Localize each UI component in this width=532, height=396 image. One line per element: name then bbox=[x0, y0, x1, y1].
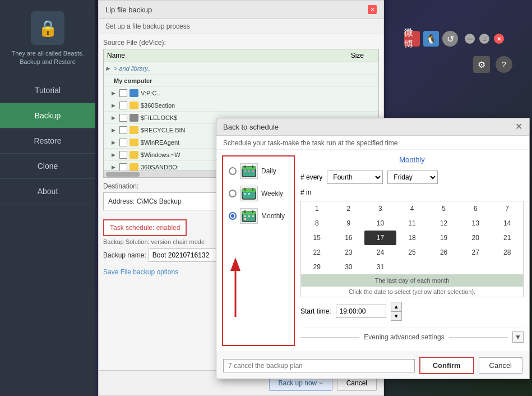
cal-day[interactable]: 15 bbox=[301, 231, 333, 245]
cal-day[interactable]: 8 bbox=[301, 216, 333, 231]
cal-day[interactable]: 25 bbox=[396, 245, 428, 260]
svg-rect-13 bbox=[244, 193, 246, 195]
tree-checkbox[interactable] bbox=[119, 89, 127, 97]
file-tree-header: Name Size bbox=[103, 49, 379, 62]
list-item[interactable]: ▶ $360Section bbox=[104, 99, 378, 112]
cal-day[interactable]: 13 bbox=[460, 216, 492, 231]
backup-dialog-titlebar: Lip file backup ✕ bbox=[99, 1, 383, 19]
list-item[interactable]: ▶ > and library.. bbox=[104, 62, 378, 75]
app-logo: 🔒 bbox=[31, 11, 64, 45]
monthly-radio[interactable] bbox=[229, 212, 237, 220]
cal-day[interactable]: 1 bbox=[301, 201, 333, 216]
cal-day[interactable]: 10 bbox=[364, 216, 396, 231]
task-schedule-box[interactable]: Task schedule: enabled bbox=[103, 219, 187, 236]
every-select[interactable]: Fourth First Second Third Last bbox=[327, 171, 383, 184]
cal-day[interactable]: 22 bbox=[301, 245, 333, 260]
cal-day[interactable]: 6 bbox=[460, 201, 492, 216]
daily-label: Daily bbox=[261, 167, 276, 175]
sidebar: 🔒 They are all called Beasts. Backup and… bbox=[0, 0, 95, 396]
daily-icon bbox=[240, 163, 258, 179]
cal-day[interactable]: 26 bbox=[428, 245, 460, 260]
tree-arrow: ▶ bbox=[106, 66, 114, 71]
help-icon[interactable]: ? bbox=[496, 56, 512, 73]
evening-chevron-button[interactable]: ▼ bbox=[512, 331, 524, 343]
folder-icon bbox=[129, 102, 138, 109]
svg-rect-7 bbox=[248, 171, 250, 172]
minimize-button[interactable]: — bbox=[465, 34, 475, 44]
backup-dialog-close[interactable]: ✕ bbox=[368, 5, 377, 14]
weibo-icon[interactable]: 微博 bbox=[404, 31, 420, 47]
cal-day[interactable]: 18 bbox=[396, 231, 428, 245]
cal-day[interactable]: 3 bbox=[364, 201, 396, 216]
cal-day[interactable]: 2 bbox=[333, 201, 365, 216]
list-item[interactable]: ▶ V:P:C.. bbox=[104, 87, 378, 99]
backup-dialog-subtitle: Set up a file backup process bbox=[99, 19, 383, 34]
cal-day[interactable]: 9 bbox=[333, 216, 365, 231]
confirm-button[interactable]: Confirm bbox=[419, 357, 474, 374]
cal-day[interactable]: 21 bbox=[491, 231, 523, 245]
schedule-close-button[interactable]: ✕ bbox=[515, 122, 522, 131]
maximize-button[interactable]: □ bbox=[479, 34, 489, 44]
cal-day[interactable]: 11 bbox=[396, 216, 428, 231]
cal-day[interactable]: 23 bbox=[333, 245, 365, 260]
cal-day[interactable]: 5 bbox=[428, 201, 460, 216]
cal-day-today[interactable]: 17 bbox=[364, 231, 396, 245]
cal-day[interactable]: 28 bbox=[491, 245, 523, 260]
list-item[interactable]: My computer bbox=[104, 75, 378, 87]
cal-day[interactable]: 29 bbox=[301, 260, 333, 274]
cal-day[interactable]: 30 bbox=[333, 260, 365, 274]
svg-rect-22 bbox=[244, 218, 246, 220]
time-up-button[interactable]: ▲ bbox=[391, 302, 402, 311]
tree-arrow: ▶ bbox=[112, 164, 119, 170]
tree-checkbox[interactable] bbox=[119, 139, 127, 146]
settings-icon[interactable]: ⚙ bbox=[473, 56, 490, 73]
tencent-icon[interactable]: 🐧 bbox=[423, 31, 439, 47]
cal-day[interactable]: 4 bbox=[396, 201, 428, 216]
sidebar-item-restore[interactable]: Restore bbox=[0, 128, 95, 154]
sidebar-item-tutorial[interactable]: Tutorial bbox=[0, 78, 95, 103]
sidebar-nav: Tutorial Backup Restore Clone About bbox=[0, 78, 95, 204]
tree-checkbox[interactable] bbox=[119, 151, 127, 159]
refresh-icon[interactable]: ↺ bbox=[442, 31, 458, 47]
schedule-dialog: Back to schedule ✕ Schedule your task-ma… bbox=[216, 118, 530, 379]
cal-day[interactable]: 7 bbox=[491, 201, 523, 216]
day-select[interactable]: Friday Monday Tuesday Wednesday Thursday… bbox=[387, 171, 438, 184]
tree-checkbox[interactable] bbox=[119, 126, 127, 134]
sidebar-item-about[interactable]: About bbox=[0, 179, 95, 204]
schedule-type-weekly[interactable]: Weekly bbox=[226, 182, 290, 205]
schedule-type-daily[interactable]: Daily bbox=[226, 160, 290, 182]
cal-day[interactable]: 27 bbox=[460, 245, 492, 260]
cal-day[interactable]: 20 bbox=[460, 231, 492, 245]
tree-arrow: ▶ bbox=[112, 152, 119, 158]
start-time-input[interactable] bbox=[336, 305, 386, 318]
cal-day[interactable]: 19 bbox=[428, 231, 460, 245]
svg-rect-16 bbox=[242, 211, 256, 214]
monthly-header: Monthly bbox=[300, 155, 524, 164]
sidebar-item-clone[interactable]: Clone bbox=[0, 154, 95, 179]
time-down-button[interactable]: ▼ bbox=[391, 311, 402, 321]
cancel-plan-input[interactable] bbox=[223, 359, 415, 372]
cal-day[interactable]: 14 bbox=[491, 216, 523, 231]
close-button[interactable]: ✕ bbox=[494, 34, 504, 44]
cal-day[interactable]: 16 bbox=[333, 231, 365, 245]
sidebar-item-backup[interactable]: Backup bbox=[0, 103, 95, 128]
schedule-type-monthly[interactable]: Monthly bbox=[226, 205, 290, 227]
tree-checkbox[interactable] bbox=[119, 114, 127, 122]
svg-rect-21 bbox=[252, 215, 254, 217]
tree-checkbox[interactable] bbox=[119, 163, 127, 171]
calendar-hint: Click the date to select (yellow after s… bbox=[301, 287, 523, 297]
scrollbar-thumb bbox=[106, 172, 140, 177]
cal-day[interactable]: 24 bbox=[364, 245, 396, 260]
save-options-anchor[interactable]: Save File backup options bbox=[103, 268, 178, 276]
time-spinner[interactable]: ▲ ▼ bbox=[391, 302, 402, 321]
weekly-radio[interactable] bbox=[229, 190, 237, 197]
cal-day[interactable]: 31 bbox=[364, 260, 396, 274]
cal-day[interactable]: 12 bbox=[428, 216, 460, 231]
tree-checkbox[interactable] bbox=[119, 102, 127, 109]
schedule-cancel-button[interactable]: Cancel bbox=[479, 357, 522, 374]
daily-radio[interactable] bbox=[229, 167, 237, 175]
folder-icon bbox=[129, 151, 138, 159]
last-day-button[interactable]: The last day of each month bbox=[301, 274, 523, 287]
schedule-titlebar: Back to schedule ✕ bbox=[216, 118, 529, 136]
evening-line-left bbox=[300, 337, 359, 338]
